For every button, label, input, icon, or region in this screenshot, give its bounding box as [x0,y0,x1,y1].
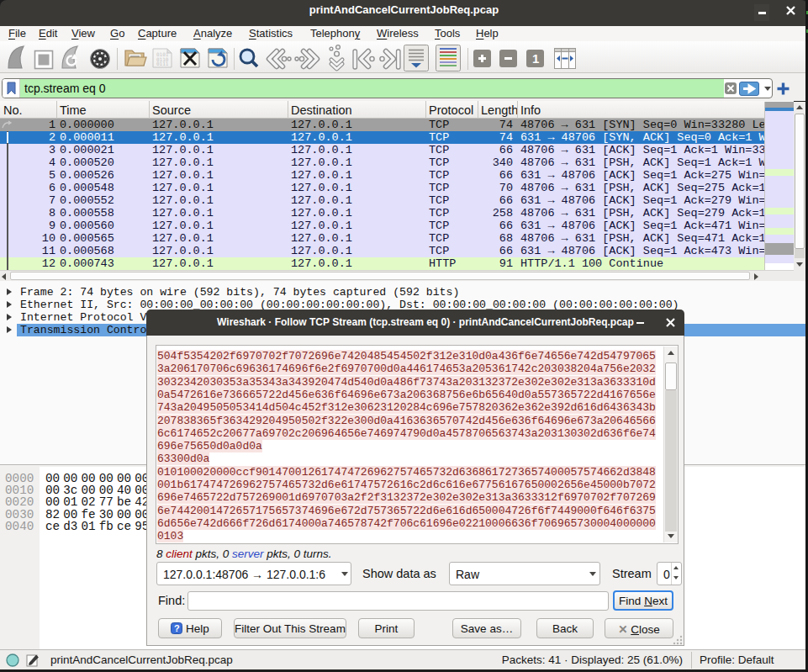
svg-text:?: ? [174,623,180,633]
svg-text:1: 1 [532,51,539,66]
svg-text:0111: 0111 [156,61,169,66]
